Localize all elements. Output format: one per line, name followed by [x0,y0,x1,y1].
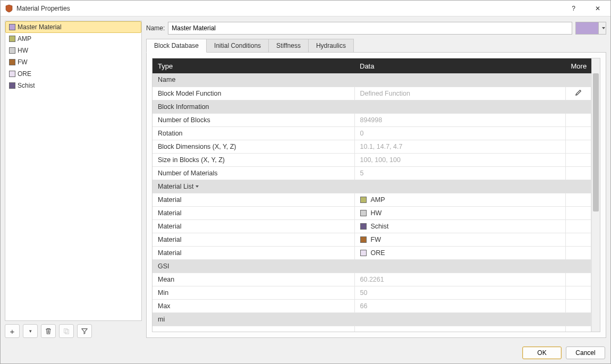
grid-row[interactable]: MaterialAMP [152,193,591,206]
grid-cell-type: Rotation [152,126,354,140]
grid-row[interactable]: Mean60.2261 [152,273,591,286]
grid-cell-type: Block Dimensions (X, Y, Z) [152,140,354,153]
dialog-window: Material Properties ? ✕ Master MaterialA… [0,0,611,364]
grid-header-type[interactable]: Type [152,58,354,73]
material-swatch-icon [9,24,15,30]
delete-button[interactable] [41,324,56,338]
grid-row[interactable] [152,326,591,332]
grid-cell-more [566,286,591,299]
sidebar-item-label: HW [18,47,28,54]
ok-button[interactable]: OK [522,346,562,359]
grid-cell-data: AMP [354,193,566,206]
grid-row[interactable]: MaterialORE [152,246,591,259]
grid-header-data[interactable]: Data [354,58,566,73]
sidebar-item-label: FW [18,58,28,66]
grid-row[interactable]: MaterialHW [152,206,591,219]
name-label: Name: [146,24,165,32]
sidebar-item-label: Schist [18,82,35,89]
grid-cell-type: Max [152,299,354,312]
grid-cell-more [566,126,591,140]
sidebar-item[interactable]: Schist [5,80,141,91]
grid-row[interactable]: Min50 [152,286,591,299]
grid-cell-more [566,193,591,206]
grid-cell-data: 60.2261 [354,273,566,286]
material-swatch-icon [360,197,367,203]
grid-cell-more [566,153,591,166]
grid-cell-more [566,219,591,233]
grid-row[interactable]: Rotation0 [152,126,591,140]
sidebar-item[interactable]: Master Material [5,21,141,33]
add-dropdown-button[interactable]: ▾ [23,324,38,338]
material-swatch-icon [360,210,367,216]
main-panel: Name: Block DatabaseInitial ConditionsSt… [146,21,606,338]
grid-cell-type: Min [152,286,354,299]
name-row: Name: [146,21,606,39]
sidebar-item[interactable]: ORE [5,68,141,80]
scroll-thumb[interactable] [593,73,599,211]
tab-panel: Type Data More NameBlock Model FunctionD… [146,52,606,338]
material-name: FW [371,236,381,243]
material-name: AMP [371,196,385,204]
sidebar-item-label: ORE [18,70,31,78]
name-input[interactable] [168,22,572,35]
grid-row[interactable]: Block Model FunctionDefined Function [152,87,591,100]
cancel-button[interactable]: Cancel [566,346,605,359]
color-dropdown[interactable] [598,22,606,34]
material-swatch-icon [360,250,367,256]
grid-cell-type: Material [152,219,354,233]
help-button[interactable]: ? [562,1,585,16]
material-swatch-icon [9,71,15,77]
grid-row: Material List [152,180,591,193]
grid-cell-more [566,113,591,126]
grid-section-label: mi [152,312,591,326]
grid-cell-more[interactable] [566,87,591,100]
sidebar-item[interactable]: AMP [5,33,141,45]
sidebar-item[interactable]: HW [5,45,141,56]
grid-header-more[interactable]: More [566,58,591,73]
grid-row[interactable]: Size in Blocks (X, Y, Z)100, 100, 100 [152,153,591,166]
grid-cell-data: 10.1, 14.7, 4.7 [354,140,566,153]
tab[interactable]: Block Database [146,39,207,53]
copy-button[interactable] [59,324,74,338]
grid-cell-data: 0 [354,126,566,140]
grid-cell-data: 5 [354,166,566,180]
chevron-down-icon [196,185,199,188]
grid-cell-data: FW [354,233,566,246]
pencil-icon [575,89,582,96]
grid-row: GSI [152,259,591,273]
material-list[interactable]: Master MaterialAMPHWFWORESchist [5,21,142,321]
sidebar-toolbar: + ▾ [5,324,142,338]
sidebar-item[interactable]: FW [5,56,141,68]
material-swatch-icon [9,36,15,42]
grid-cell-data: HW [354,206,566,219]
tab[interactable]: Stiffness [269,39,309,53]
grid-cell-type: Block Model Function [152,87,354,100]
vertical-scrollbar[interactable] [591,58,600,332]
close-button[interactable]: ✕ [585,1,609,16]
add-button[interactable]: + [5,324,20,338]
grid-cell-data: 894998 [354,113,566,126]
grid-row[interactable]: MaterialSchist [152,219,591,233]
grid-row: Name [152,73,591,87]
grid-row[interactable]: MaterialFW [152,233,591,246]
grid-cell-more [566,326,591,332]
grid-row[interactable]: Number of Blocks894998 [152,113,591,126]
tab-bar: Block DatabaseInitial ConditionsStiffnes… [146,39,606,53]
tab[interactable]: Hydraulics [309,39,354,53]
grid-cell-more [566,299,591,312]
grid-row[interactable]: Max66 [152,299,591,312]
grid-cell-type: Material [152,233,354,246]
grid-section-label: Name [152,73,591,87]
filter-button[interactable] [77,324,92,338]
grid-section-label: Material List [152,180,591,193]
grid-row[interactable]: Block Dimensions (X, Y, Z)10.1, 14.7, 4.… [152,140,591,153]
grid-cell-type [152,326,354,332]
grid-section-label: GSI [152,259,591,273]
grid-row[interactable]: Number of Materials5 [152,166,591,180]
grid-row: Block Information [152,100,591,113]
material-swatch-icon [9,59,15,65]
color-picker[interactable] [575,22,606,35]
sidebar-item-label: Master Material [18,23,62,31]
color-swatch [576,22,598,34]
tab[interactable]: Initial Conditions [207,39,269,53]
